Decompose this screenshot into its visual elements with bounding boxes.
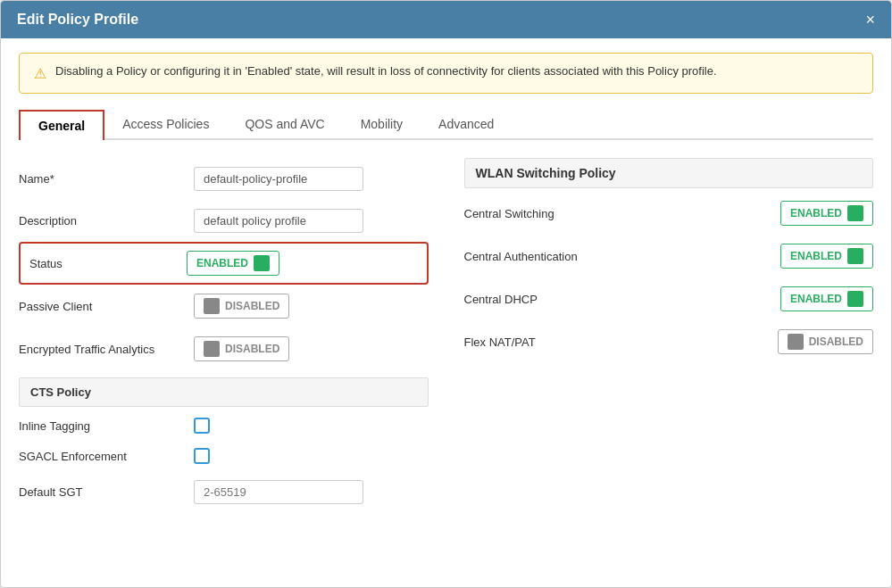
- sgacl-row: SGACL Enforcement: [19, 441, 429, 471]
- passive-client-value: DISABLED: [225, 300, 279, 312]
- status-toggle-label: ENABLED: [196, 257, 248, 269]
- inline-tagging-checkbox[interactable]: [194, 418, 210, 434]
- central-auth-value: ENABLED: [790, 250, 842, 262]
- name-input[interactable]: [194, 167, 363, 191]
- sgacl-checkbox[interactable]: [194, 448, 210, 464]
- central-dhcp-label: Central DHCP: [464, 293, 607, 306]
- warning-text: Disabling a Policy or configuring it in …: [55, 64, 717, 78]
- central-switching-value: ENABLED: [790, 207, 842, 219]
- encrypted-value: DISABLED: [225, 343, 279, 355]
- tabs-bar: General Access Policies QOS and AVC Mobi…: [19, 110, 873, 140]
- name-label: Name*: [19, 172, 179, 186]
- inline-tagging-row: Inline Tagging: [19, 410, 429, 441]
- tab-mobility[interactable]: Mobility: [343, 110, 421, 138]
- default-sgt-label: Default SGT: [19, 485, 179, 499]
- status-label: Status: [29, 257, 172, 270]
- central-dhcp-indicator: [847, 291, 863, 307]
- status-toggle-indicator: [254, 255, 270, 271]
- central-auth-label: Central Authentication: [464, 250, 607, 263]
- content-area: Name* Description Status ENABLED Passive…: [19, 158, 873, 513]
- description-input[interactable]: [194, 209, 363, 233]
- modal-body: ⚠ Disabling a Policy or configuring it i…: [1, 38, 891, 587]
- central-switching-toggle[interactable]: ENABLED: [780, 201, 873, 226]
- status-toggle[interactable]: ENABLED: [187, 251, 279, 276]
- passive-client-toggle[interactable]: DISABLED: [194, 294, 289, 319]
- tab-advanced[interactable]: Advanced: [421, 110, 512, 138]
- flex-nat-indicator: [788, 334, 804, 350]
- warning-icon: ⚠: [34, 65, 46, 82]
- central-auth-indicator: [847, 248, 863, 264]
- cts-section-header: CTS Policy: [19, 377, 429, 407]
- flex-nat-value: DISABLED: [809, 335, 863, 348]
- warning-banner: ⚠ Disabling a Policy or configuring it i…: [19, 53, 873, 94]
- flex-nat-label: Flex NAT/PAT: [464, 335, 607, 349]
- passive-client-indicator: [204, 298, 220, 314]
- central-switching-label: Central Switching: [464, 207, 607, 220]
- central-dhcp-value: ENABLED: [790, 293, 842, 305]
- description-row: Description: [19, 200, 429, 242]
- tab-access-policies[interactable]: Access Policies: [104, 110, 227, 138]
- close-button[interactable]: ×: [865, 12, 875, 28]
- encrypted-row: Encrypted Traffic Analytics DISABLED: [19, 327, 429, 370]
- status-row: Status ENABLED: [19, 242, 429, 285]
- left-panel: Name* Description Status ENABLED Passive…: [19, 158, 429, 513]
- modal-header: Edit Policy Profile ×: [1, 1, 891, 38]
- default-sgt-input[interactable]: [194, 480, 363, 504]
- flex-nat-toggle[interactable]: DISABLED: [778, 329, 873, 354]
- modal-title: Edit Policy Profile: [17, 12, 138, 28]
- edit-policy-profile-modal: Edit Policy Profile × ⚠ Disabling a Poli…: [0, 0, 892, 588]
- default-sgt-row: Default SGT: [19, 471, 429, 513]
- tab-general[interactable]: General: [19, 110, 104, 140]
- encrypted-indicator: [204, 341, 220, 357]
- encrypted-label: Encrypted Traffic Analytics: [19, 343, 179, 356]
- central-dhcp-row: Central DHCP ENABLED: [464, 277, 874, 320]
- name-row: Name*: [19, 158, 429, 200]
- tab-qos-avc[interactable]: QOS and AVC: [227, 110, 342, 138]
- central-auth-row: Central Authentication ENABLED: [464, 235, 874, 277]
- wlan-section-title: WLAN Switching Policy: [464, 158, 874, 188]
- encrypted-toggle[interactable]: DISABLED: [194, 336, 289, 361]
- passive-client-label: Passive Client: [19, 300, 179, 313]
- central-auth-toggle[interactable]: ENABLED: [780, 244, 873, 269]
- central-switching-row: Central Switching ENABLED: [464, 192, 874, 235]
- description-label: Description: [19, 214, 179, 228]
- central-switching-indicator: [847, 205, 863, 221]
- flex-nat-row: Flex NAT/PAT DISABLED: [464, 320, 874, 363]
- inline-tagging-label: Inline Tagging: [19, 419, 179, 433]
- passive-client-row: Passive Client DISABLED: [19, 285, 429, 327]
- right-panel: WLAN Switching Policy Central Switching …: [464, 158, 874, 513]
- sgacl-label: SGACL Enforcement: [19, 450, 179, 463]
- central-dhcp-toggle[interactable]: ENABLED: [780, 286, 873, 311]
